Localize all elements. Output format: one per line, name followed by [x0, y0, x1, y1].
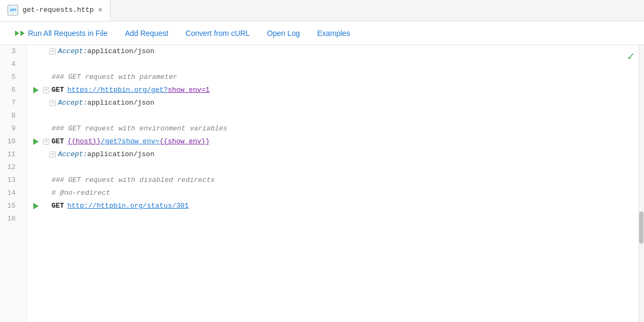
- line-number: 6: [0, 84, 21, 97]
- code-line: ### GET request with environment variabl…: [31, 122, 644, 135]
- code-line: [31, 161, 644, 174]
- request-url: https://httpbin.org/get?: [67, 84, 167, 97]
- code-line: ### GET request with disabled redirects: [31, 174, 644, 187]
- tab-bar: API get-requests.http ×: [0, 0, 644, 21]
- line-number: 12: [0, 161, 21, 174]
- request-url: http://httpbin.org/status/301: [67, 200, 188, 213]
- run-all-button[interactable]: Run All Requests in File: [6, 26, 116, 41]
- line-number: 5: [0, 71, 21, 84]
- url-variable-2: {{show_env}}: [159, 135, 210, 148]
- url-param-key: show_env=: [122, 135, 159, 148]
- line-number: 14: [0, 187, 21, 200]
- code-line: [31, 213, 644, 225]
- file-tab[interactable]: API get-requests.http ×: [0, 0, 111, 21]
- run-request-button[interactable]: [33, 87, 39, 93]
- line-number: 10: [0, 135, 21, 148]
- toolbar: Run All Requests in File Add Request Con…: [0, 21, 644, 45]
- comment-text: ### GET request with environment variabl…: [52, 122, 228, 135]
- directive-text: # @no-redirect: [52, 187, 110, 200]
- http-method: GET: [52, 200, 64, 213]
- run-request-button[interactable]: [33, 138, 39, 145]
- examples-button[interactable]: Examples: [309, 26, 358, 41]
- code-line: [31, 58, 644, 71]
- comment-text: ### GET request with disabled redirects: [52, 174, 215, 187]
- code-line: − Accept: application/json: [31, 148, 644, 161]
- line-number: 8: [0, 109, 21, 122]
- api-file-icon: API: [8, 5, 18, 16]
- comment-text: ### GET request with parameter: [52, 71, 177, 84]
- run-request-button[interactable]: [33, 203, 39, 209]
- line-number: 13: [0, 174, 21, 187]
- scrollbar-thumb: [639, 211, 643, 244]
- open-log-button[interactable]: Open Log: [258, 26, 309, 41]
- line-number: 9: [0, 122, 21, 135]
- checkmark-indicator: ✓: [627, 49, 634, 64]
- code-line: − Accept: application/json: [31, 97, 644, 109]
- http-method: GET: [52, 135, 64, 148]
- header-key: Accept:: [58, 97, 87, 109]
- vertical-scrollbar[interactable]: [639, 45, 644, 322]
- line-numbers: 345678910111213141516: [0, 45, 27, 322]
- line-number: 4: [0, 58, 21, 71]
- fold-button[interactable]: −: [43, 138, 49, 145]
- tab-filename: get-requests.http: [23, 6, 94, 14]
- fold-button[interactable]: −: [49, 100, 56, 106]
- code-content[interactable]: − Accept: application/json ### GET reque…: [27, 45, 644, 322]
- http-method: GET: [52, 84, 64, 97]
- line-number: 16: [0, 213, 21, 225]
- convert-curl-button[interactable]: Convert from cURL: [177, 26, 259, 41]
- code-line: [31, 109, 644, 122]
- line-number: 11: [0, 148, 21, 161]
- code-line: − GET {{host}}/get?show_env={{show_env}}: [31, 135, 644, 148]
- code-line: ### GET request with parameter: [31, 71, 644, 84]
- code-editor: 345678910111213141516 − Accept: applicat…: [0, 45, 644, 322]
- line-number: 15: [0, 200, 21, 213]
- fold-button[interactable]: −: [43, 87, 49, 93]
- url-variable: {{host}}: [67, 135, 100, 148]
- fold-button[interactable]: −: [49, 151, 56, 158]
- add-request-button[interactable]: Add Request: [116, 26, 177, 41]
- run-all-icon: [15, 31, 25, 36]
- header-value: application/json: [87, 45, 155, 58]
- tab-close-button[interactable]: ×: [98, 6, 103, 14]
- url-params: show_env=1: [168, 84, 210, 97]
- line-number: 7: [0, 97, 21, 109]
- fold-button[interactable]: −: [49, 48, 56, 55]
- code-line: GET http://httpbin.org/status/301: [31, 200, 644, 213]
- code-line: − Accept: application/json: [31, 45, 644, 58]
- code-line: − GET https://httpbin.org/get?show_env=1: [31, 84, 644, 97]
- header-key: Accept:: [58, 148, 87, 161]
- url-path: /get?: [101, 135, 122, 148]
- code-line: # @no-redirect: [31, 187, 644, 200]
- header-value: application/json: [87, 148, 155, 161]
- header-key: Accept:: [58, 45, 87, 58]
- line-number: 3: [0, 45, 21, 58]
- header-value: application/json: [87, 97, 155, 109]
